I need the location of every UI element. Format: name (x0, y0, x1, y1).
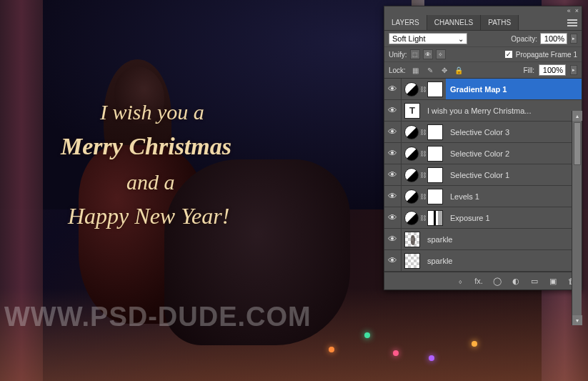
close-icon[interactable]: × (575, 7, 579, 14)
layer-name[interactable]: Gradient Map 1 (446, 79, 582, 99)
mask-link-icon[interactable]: ⛓ (420, 84, 426, 94)
new-adjustment-icon[interactable]: ◐ (510, 275, 522, 287)
mask-thumb-icon[interactable] (427, 146, 443, 162)
visibility-toggle-icon[interactable]: 👁 (384, 186, 402, 207)
panel-menu-icon[interactable] (567, 19, 577, 26)
visibility-toggle-icon[interactable]: 👁 (384, 207, 402, 228)
layer-thumbnails: ⛓ (402, 210, 446, 226)
mask-link-icon[interactable]: ⛓ (420, 192, 426, 202)
layer-name[interactable]: Levels 1 (446, 186, 582, 207)
layer-thumbnails: ⛓ (402, 189, 446, 204)
visibility-toggle-icon[interactable]: 👁 (384, 122, 402, 142)
adjustment-thumb-icon[interactable] (404, 168, 419, 182)
link-layers-icon[interactable]: ⬨ (454, 275, 466, 287)
scroll-down-icon[interactable]: ▾ (572, 315, 582, 325)
blend-mode-value: Soft Light (392, 34, 425, 43)
sparkle-thumb-icon[interactable] (404, 232, 420, 247)
transparent-thumb-icon[interactable] (404, 253, 420, 269)
light-dot (329, 347, 334, 352)
opacity-input[interactable]: 100% (540, 33, 567, 44)
propagate-check-mark: ✓ (506, 51, 512, 58)
mask-thumb-icon[interactable] (427, 81, 443, 97)
blend-mode-select[interactable]: Soft Light (389, 33, 467, 44)
unify-visibility-icon[interactable]: 👁 (423, 49, 433, 59)
adjustment-thumb-icon[interactable] (404, 147, 419, 161)
visibility-toggle-icon[interactable]: 👁 (384, 229, 402, 249)
layer-name[interactable]: Exposure 1 (446, 207, 582, 228)
panel-title-bar[interactable]: « × (384, 6, 582, 15)
light-dot (472, 341, 477, 347)
layers-list: 👁⛓Gradient Map 1👁TI wish you a Merry Chr… (384, 79, 582, 272)
add-mask-icon[interactable]: ◯ (492, 275, 503, 287)
visibility-toggle-icon[interactable]: 👁 (384, 79, 402, 99)
layer-row[interactable]: 👁⛓Gradient Map 1 (384, 79, 582, 100)
greeting-line-1: I wish you a (100, 100, 231, 124)
mask-link-icon[interactable]: ⛓ (420, 213, 426, 223)
mask-thumb-icon[interactable] (427, 210, 443, 226)
layer-row[interactable]: 👁⛓Levels 1 (384, 186, 582, 207)
layer-name[interactable]: Selective Color 1 (446, 164, 582, 185)
layer-row[interactable]: 👁sparkle (384, 250, 582, 272)
layer-name[interactable]: I wish you a Merry Christma... (423, 100, 582, 121)
tab-channels[interactable]: CHANNELS (427, 15, 481, 30)
type-thumb-icon[interactable]: T (404, 103, 420, 119)
propagate-checkbox[interactable]: ✓ (504, 50, 513, 59)
adjustment-thumb-icon[interactable] (404, 125, 419, 139)
greeting-line-3: and a (126, 170, 231, 194)
lock-fill-row: Lock: ▦ ✎ ✥ 🔒 Fill: 100% ▸ (384, 62, 582, 79)
mask-thumb-icon[interactable] (427, 167, 443, 183)
new-layer-icon[interactable]: ▣ (547, 275, 559, 287)
visibility-toggle-icon[interactable]: 👁 (384, 100, 402, 121)
fill-flyout-icon[interactable]: ▸ (570, 65, 577, 75)
adjustment-thumb-icon[interactable] (404, 82, 419, 97)
layer-fx-icon[interactable]: fx. (473, 275, 484, 287)
light-dot (364, 332, 370, 338)
layer-name[interactable]: sparkle (423, 250, 582, 271)
tab-paths[interactable]: PATHS (481, 15, 519, 30)
lock-label: Lock: (389, 66, 406, 74)
layer-row[interactable]: 👁⛓Selective Color 3 (384, 122, 582, 143)
visibility-toggle-icon[interactable]: 👁 (384, 143, 402, 164)
fill-label: Fill: (523, 66, 534, 74)
adjustment-thumb-icon[interactable] (404, 211, 419, 225)
layer-row[interactable]: 👁⛓Selective Color 1 (384, 164, 582, 186)
collapse-icon[interactable]: « (567, 7, 571, 14)
layer-thumbnails (402, 253, 423, 269)
greeting-line-2: Merry Christmas (61, 133, 231, 160)
tab-layers[interactable]: LAYERS (384, 15, 427, 30)
watermark-text: WWW.PSD-DUDE.COM (4, 302, 312, 332)
mask-link-icon[interactable]: ⛓ (420, 149, 426, 159)
lock-position-icon[interactable]: ✥ (439, 64, 450, 76)
lock-all-icon[interactable]: 🔒 (453, 64, 464, 76)
visibility-toggle-icon[interactable]: 👁 (384, 250, 402, 271)
fill-input[interactable]: 100% (539, 64, 566, 76)
scroll-thumb[interactable] (574, 122, 581, 165)
layer-thumbnails (402, 232, 423, 247)
adjustment-thumb-icon[interactable] (404, 189, 419, 204)
layer-name[interactable]: Selective Color 2 (446, 143, 582, 164)
layer-thumbnails: ⛓ (402, 81, 446, 97)
unify-style-icon[interactable]: ✧ (436, 49, 446, 59)
mask-thumb-icon[interactable] (427, 124, 443, 140)
scroll-up-icon[interactable]: ▴ (572, 111, 582, 121)
lock-transparency-icon[interactable]: ▦ (410, 64, 422, 76)
layer-row[interactable]: 👁sparkle (384, 229, 582, 250)
layer-row[interactable]: 👁⛓Selective Color 2 (384, 143, 582, 164)
unify-position-icon[interactable]: ⬚ (410, 49, 420, 59)
layer-name[interactable]: Selective Color 3 (446, 122, 582, 142)
mask-link-icon[interactable]: ⛓ (420, 170, 426, 180)
light-dot (393, 350, 399, 356)
layer-row[interactable]: 👁⛓Exposure 1 (384, 207, 582, 229)
panel-footer: ⬨ fx. ◯ ◐ ▭ ▣ 🗑 (384, 272, 582, 290)
layer-thumbnails: T (402, 103, 423, 119)
layers-scrollbar[interactable]: ▴ ▾ (572, 111, 582, 325)
layer-thumbnails: ⛓ (402, 146, 446, 162)
lock-pixels-icon[interactable]: ✎ (424, 64, 436, 76)
new-group-icon[interactable]: ▭ (529, 275, 540, 287)
visibility-toggle-icon[interactable]: 👁 (384, 164, 402, 185)
mask-thumb-icon[interactable] (427, 189, 443, 204)
layer-name[interactable]: sparkle (423, 229, 582, 249)
mask-link-icon[interactable]: ⛓ (420, 127, 426, 137)
layer-row[interactable]: 👁TI wish you a Merry Christma... (384, 100, 582, 122)
opacity-flyout-icon[interactable]: ▸ (570, 34, 577, 44)
